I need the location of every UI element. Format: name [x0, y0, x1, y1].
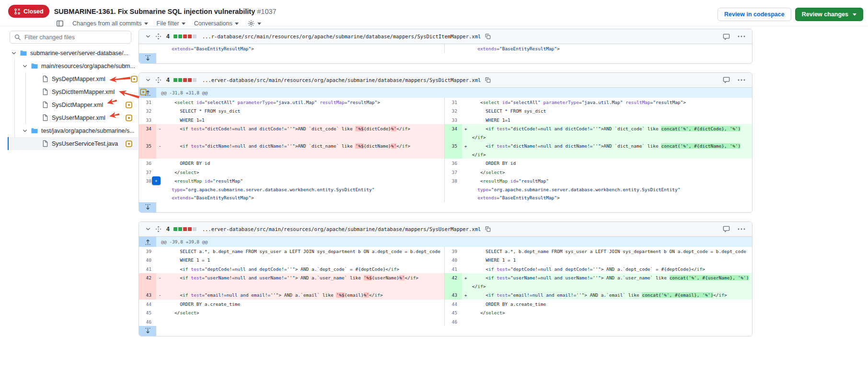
- line-number[interactable]: 34: [139, 124, 156, 141]
- diff-sign: [462, 176, 469, 202]
- line-number[interactable]: 45: [444, 308, 462, 317]
- panel-header-actions: [723, 33, 745, 40]
- line-number[interactable]: 35: [444, 141, 462, 159]
- diff-sign: [156, 116, 163, 125]
- copy-path-icon[interactable]: [485, 77, 491, 83]
- tree-item-label: main/resources/org/apache/subm...: [41, 63, 135, 69]
- line-number[interactable]: 33: [139, 116, 156, 125]
- expand-down-gutter[interactable]: [139, 53, 156, 63]
- diff-panel: 4...erver-database/src/main/resources/or…: [139, 221, 752, 337]
- review-in-codespace-button[interactable]: Review in codespace: [718, 8, 791, 21]
- comment-icon[interactable]: [723, 33, 730, 40]
- sidebar-item-sysuserservicetest-java[interactable]: SysUserServiceTest.java: [8, 137, 138, 150]
- changes-from-menu[interactable]: Changes from all commits: [72, 20, 148, 27]
- collapse-file-icon[interactable]: [145, 33, 151, 40]
- line-number[interactable]: 35: [139, 141, 156, 159]
- expand-down-gutter[interactable]: [139, 202, 156, 212]
- comment-icon[interactable]: [723, 76, 730, 83]
- file-path: ...erver-database/src/main/resources/org…: [202, 226, 481, 232]
- filter-changed-files-input[interactable]: [10, 31, 131, 44]
- caret-down-icon: [257, 23, 261, 25]
- kebab-menu-icon[interactable]: [738, 228, 745, 230]
- line-number[interactable]: 46: [139, 317, 156, 326]
- tree-item-label: SysUserServiceTest.java: [52, 140, 118, 147]
- kebab-menu-icon[interactable]: [738, 79, 745, 81]
- diff-sign: [462, 44, 469, 53]
- line-number[interactable]: 31: [444, 98, 462, 107]
- expand-row-body: [156, 53, 752, 63]
- expand-down-icon[interactable]: [145, 55, 151, 62]
- line-number[interactable]: 36: [444, 159, 462, 168]
- expand-down-gutter[interactable]: [139, 326, 156, 336]
- line-number[interactable]: 42: [444, 273, 462, 290]
- code-line: SELECT a.*, b.dept_name FROM sys_user a …: [469, 247, 752, 256]
- tree-folder-submarine-server-server-database-[interactable]: submarine-server/server-database/...: [8, 46, 138, 59]
- copy-path-icon[interactable]: [485, 33, 491, 40]
- line-number[interactable]: 44: [139, 300, 156, 309]
- expand-up-icon[interactable]: [145, 238, 151, 245]
- drag-handle-icon[interactable]: [155, 226, 162, 232]
- code-line: SELECT a.*, b.dept_name FROM sys_user a …: [163, 247, 444, 256]
- collapse-file-icon[interactable]: [145, 226, 151, 232]
- diff-sign: [156, 300, 163, 309]
- hunk-header: @@ -39,8 +39,8 @@: [156, 237, 752, 247]
- file-filter-menu[interactable]: File filter: [157, 20, 185, 27]
- line-number[interactable]: 39: [444, 247, 462, 256]
- line-number[interactable]: 45: [139, 308, 156, 317]
- line-number[interactable]: 43: [139, 290, 156, 300]
- code-line: [469, 317, 752, 326]
- diff-settings-menu[interactable]: [247, 20, 261, 27]
- line-number[interactable]: 33: [444, 116, 462, 125]
- tree-folder-main-resources-org-apache-subm-[interactable]: main/resources/org/apache/subm...: [8, 59, 138, 72]
- line-number[interactable]: 41: [139, 265, 156, 274]
- sidebar-item-sysusermapper-xml[interactable]: SysUserMapper.xml: [8, 111, 138, 124]
- drag-handle-icon[interactable]: [155, 77, 162, 83]
- line-number[interactable]: 38: [444, 176, 462, 202]
- chevron-down-icon[interactable]: [11, 50, 18, 57]
- modified-file-icon: [126, 102, 132, 108]
- line-number[interactable]: 34: [444, 124, 462, 141]
- add-comment-button[interactable]: [152, 176, 161, 185]
- expand-down-icon[interactable]: [145, 327, 151, 335]
- line-number[interactable]: 46: [444, 317, 462, 326]
- line-number[interactable]: 31: [139, 98, 156, 107]
- line-number[interactable]: 32: [444, 106, 462, 116]
- line-number[interactable]: 40: [444, 255, 462, 265]
- kebab-menu-icon[interactable]: [738, 35, 745, 37]
- line-number[interactable]: 43: [444, 290, 462, 300]
- chevron-down-icon[interactable]: [22, 127, 29, 134]
- sidebar-item-sysdictitemmapper-xml[interactable]: SysDictItemMapper.xml: [8, 85, 138, 98]
- line-number: [139, 44, 156, 53]
- line-number[interactable]: 41: [444, 265, 462, 274]
- line-number[interactable]: 37: [444, 168, 462, 177]
- collapse-file-icon[interactable]: [145, 77, 151, 83]
- diff-row: 33 WHERE 1=133 WHERE 1=1: [139, 116, 752, 125]
- annotation-arrow-icon: [108, 74, 131, 84]
- line-number[interactable]: 39: [139, 247, 156, 256]
- diffstat-square: [183, 78, 187, 82]
- tree-item-label: SysUserMapper.xml: [52, 115, 105, 121]
- expand-hunk-gutter[interactable]: [139, 237, 156, 247]
- diff-sign: [156, 98, 163, 107]
- line-number[interactable]: 44: [444, 300, 462, 309]
- line-number[interactable]: 37: [139, 168, 156, 177]
- line-number[interactable]: 42: [139, 273, 156, 290]
- line-number[interactable]: 32: [139, 106, 156, 116]
- diffstat-square: [174, 78, 177, 82]
- sidebar-item-sysdeptmapper-xml[interactable]: SysDeptMapper.xml: [8, 72, 138, 85]
- drag-handle-icon[interactable]: [155, 33, 162, 40]
- review-changes-button[interactable]: Review changes: [795, 8, 863, 21]
- chevron-down-icon[interactable]: [22, 63, 29, 69]
- diffstat-square: [174, 227, 177, 231]
- conversations-menu[interactable]: Conversations: [194, 20, 239, 27]
- diff-sign: [462, 159, 469, 168]
- line-number[interactable]: 36: [139, 159, 156, 168]
- sidebar-item-sysdictmapper-xml[interactable]: SysDictMapper.xml: [8, 98, 138, 111]
- diff-sign: -: [156, 290, 163, 300]
- comment-icon[interactable]: [723, 225, 730, 232]
- diff-sign: [156, 265, 163, 274]
- line-number[interactable]: 40: [139, 255, 156, 265]
- expand-down-icon[interactable]: [145, 204, 151, 211]
- tree-folder-test-java-org-apache-submarine-s-[interactable]: test/java/org/apache/submarine/s...: [8, 124, 138, 137]
- copy-path-icon[interactable]: [485, 226, 491, 232]
